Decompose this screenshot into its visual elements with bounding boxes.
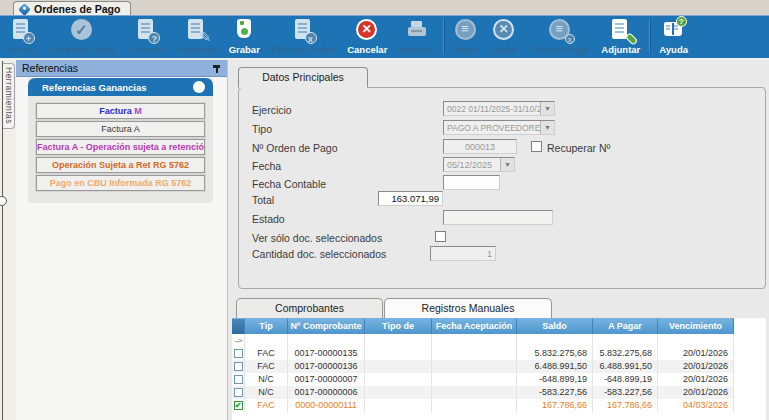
tab-registros-manuales[interactable]: Registros Manuales bbox=[384, 298, 552, 318]
document-clip-icon bbox=[608, 18, 634, 43]
toolbar-button-nuevo[interactable]: + Nuevo bbox=[2, 18, 41, 55]
tab-comprobantes[interactable]: Comprobantes bbox=[236, 298, 383, 318]
total-label: Total bbox=[252, 194, 274, 206]
recuperar-label: Recuperar Nº bbox=[547, 142, 610, 154]
printer-icon bbox=[404, 18, 430, 43]
referencias-ganancias-header: Referencias Ganancias bbox=[28, 78, 213, 96]
row-checkbox[interactable] bbox=[234, 349, 243, 358]
toolbar-button-adjuntar[interactable]: Adjuntar bbox=[595, 18, 646, 55]
coins-circle-icon: ≡ bbox=[453, 18, 479, 43]
cantidad-label: Cantidad doc. seleccionados bbox=[252, 248, 386, 260]
reference-button-factura-a-retencion[interactable]: Factura A - Operación sujeta a retención bbox=[36, 139, 205, 155]
toolbar-button-pagar[interactable]: ≡ Pagar bbox=[447, 18, 485, 55]
reference-button-operacion-ret-rg5762[interactable]: Operación Sujeta a Ret RG 5762 bbox=[36, 157, 205, 173]
page-tab-label: Ordenes de Pago bbox=[34, 3, 120, 15]
toolbar-button-imprimir[interactable]: Imprimir bbox=[393, 18, 439, 55]
toolbar-button-eliminar-orden[interactable]: x Eliminar Orden bbox=[266, 18, 341, 55]
row-checkbox[interactable] bbox=[234, 362, 243, 371]
toolbar-button-modificar[interactable]: ✎ Modificar bbox=[172, 18, 223, 55]
tab-herramientas[interactable]: Herramientas bbox=[3, 63, 15, 129]
toolbar-button-confirmar-datos[interactable]: ✓ Confirmar Datos bbox=[41, 18, 122, 55]
ejercicio-select[interactable]: 0022 01/11/2025-31/10/2026▾ bbox=[443, 101, 555, 116]
orden-de-pago-input[interactable]: 000013 bbox=[443, 139, 517, 154]
col-vencimiento[interactable]: Vencimiento bbox=[658, 318, 734, 334]
recuperar-checkbox[interactable] bbox=[531, 141, 542, 152]
save-icon bbox=[231, 18, 257, 43]
cantidad-input: 1 bbox=[430, 246, 496, 261]
comprobantes-grid: Tip Nº Comprobante Tipo de Fecha Aceptac… bbox=[232, 318, 766, 420]
fecha-contable-input[interactable] bbox=[443, 175, 500, 190]
orden-de-pago-label: Nº Orden de Pago bbox=[252, 142, 338, 154]
toolbar-button-cancelar[interactable]: ✕ Cancelar bbox=[341, 18, 393, 55]
col-nro-comprobante[interactable]: Nº Comprobante bbox=[288, 318, 365, 334]
grid-marker-row: --> bbox=[232, 334, 766, 347]
referencias-panel-header: Referencias bbox=[16, 60, 227, 77]
table-row[interactable]: FAC 0017-00000136 6.488.991,50 6.488.991… bbox=[232, 360, 766, 373]
table-row[interactable]: N/C 0017-00000007 -648.899,19 -648.899,1… bbox=[232, 373, 766, 386]
table-row[interactable]: N/C 0017-00000006 -583.227,56 -583.227,5… bbox=[232, 386, 766, 399]
reference-button-factura-a[interactable]: Factura A bbox=[36, 121, 205, 137]
fecha-contable-label: Fecha Contable bbox=[252, 178, 326, 190]
check-circle-icon: ✓ bbox=[69, 18, 95, 43]
total-input[interactable]: 163.071,99 bbox=[378, 191, 443, 206]
toolbar-button-anular[interactable]: ✕ Anular bbox=[485, 18, 524, 55]
referencias-panel-title: Referencias bbox=[22, 62, 212, 74]
main-content: Datos Principales Ejercicio 0022 01/11/2… bbox=[228, 60, 769, 420]
col-fecha-aceptacion[interactable]: Fecha Aceptación bbox=[432, 318, 517, 334]
ordenes-de-pago-window: Ordenes de Pago + Nuevo ✓ Confirmar Dato… bbox=[0, 0, 769, 420]
col-saldo[interactable]: Saldo bbox=[517, 318, 593, 334]
tab-datos-principales[interactable]: Datos Principales bbox=[238, 67, 368, 88]
toolbar-button-grabar[interactable]: Grabar bbox=[223, 18, 266, 55]
table-row[interactable]: FAC 0017-00000135 5.832.275,68 5.832.275… bbox=[232, 347, 766, 360]
tipo-select[interactable]: PAGO A PROVEEDORES▾ bbox=[443, 120, 555, 135]
estado-field bbox=[443, 210, 553, 225]
chevron-down-icon: ▾ bbox=[540, 102, 554, 115]
grid-selector-header bbox=[232, 318, 245, 334]
fecha-label: Fecha bbox=[252, 160, 281, 172]
x-blue-circle-icon: ✕ bbox=[491, 18, 517, 43]
row-checkbox[interactable] bbox=[234, 388, 243, 397]
window-tab-strip: Ordenes de Pago bbox=[0, 0, 769, 15]
row-checkbox[interactable] bbox=[234, 375, 243, 384]
app-diamond-icon bbox=[18, 3, 31, 16]
fecha-input[interactable]: 05/12/2025▾ bbox=[443, 157, 515, 172]
estado-label: Estado bbox=[252, 213, 285, 225]
tab-ordenes-de-pago[interactable]: Ordenes de Pago bbox=[13, 1, 131, 16]
col-a-pagar[interactable]: A Pagar bbox=[593, 318, 658, 334]
document-pencil-icon: ✎ bbox=[184, 18, 210, 43]
ver-solo-label: Ver sólo doc. seleccionados bbox=[252, 232, 382, 244]
reference-button-factura-m[interactable]: Factura M bbox=[36, 103, 205, 119]
group-toggle-circle[interactable] bbox=[193, 81, 205, 93]
pin-icon[interactable] bbox=[212, 64, 221, 73]
row-marker: --> bbox=[232, 334, 245, 347]
tipo-label: Tipo bbox=[252, 123, 272, 135]
chevron-down-icon: ▾ bbox=[540, 121, 554, 134]
ejercicio-label: Ejercicio bbox=[252, 104, 292, 116]
referencias-panel: Referencias Referencias Ganancias Factur… bbox=[16, 60, 228, 420]
toolbar-button-eliminar-pago[interactable]: ≡x Eliminar Pago bbox=[524, 18, 595, 55]
row-checkbox-checked[interactable]: ✔ bbox=[234, 401, 243, 410]
table-row-selected[interactable]: ✔ FAC 0000-00000111 167.786,66 167.786,6… bbox=[232, 399, 766, 412]
grid-header-row: Tip Nº Comprobante Tipo de Fecha Aceptac… bbox=[232, 318, 766, 334]
main-toolbar: + Nuevo ✓ Confirmar Datos ? Consulta ✎ M… bbox=[0, 15, 769, 58]
toolbar-button-ayuda[interactable]: ? Ayuda bbox=[653, 18, 694, 55]
document-plus-icon: + bbox=[9, 18, 35, 43]
toolbar-separator bbox=[649, 19, 650, 53]
toolbar-button-consulta[interactable]: ? Consulta bbox=[123, 18, 173, 55]
toolbar-separator bbox=[443, 19, 444, 53]
chevron-down-icon: ▾ bbox=[500, 158, 514, 171]
referencias-list: Factura M Factura A Factura A - Operació… bbox=[36, 101, 205, 193]
col-tipo-de[interactable]: Tipo de bbox=[365, 318, 432, 334]
col-tip[interactable]: Tip bbox=[245, 318, 288, 334]
referencias-ganancias-group: Referencias Ganancias Factura M Factura … bbox=[28, 78, 213, 203]
reference-button-pago-cbu-rg5762[interactable]: Pago en CBU Informada RG 5762 bbox=[36, 175, 205, 191]
cancel-red-circle-icon: ✕ bbox=[354, 18, 380, 43]
document-question-icon: ? bbox=[134, 18, 160, 43]
document-x-icon: x bbox=[291, 18, 317, 43]
help-book-icon: ? bbox=[661, 18, 687, 43]
coins-x-circle-icon: ≡x bbox=[547, 18, 573, 43]
ver-solo-checkbox[interactable] bbox=[435, 231, 446, 242]
